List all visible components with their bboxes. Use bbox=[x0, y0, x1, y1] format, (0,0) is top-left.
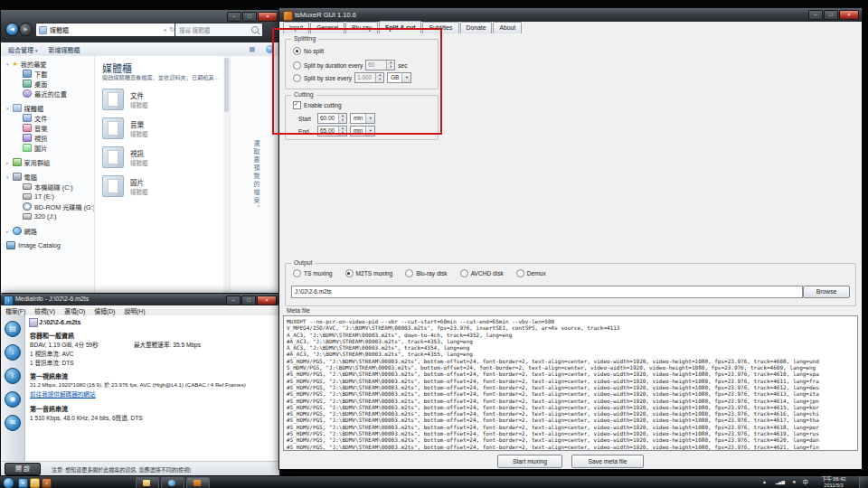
sidebar-label: 1T (E:) bbox=[34, 192, 54, 201]
mediainfo-statusbar: 開 啟 注意: 想知道更多關於此檔案的資訊, 您應選擇不同的[檢視] bbox=[1, 461, 279, 476]
radio-icon[interactable] bbox=[516, 269, 524, 277]
sidebar-item-drive-e[interactable]: 1T (E:) bbox=[1, 192, 94, 202]
sidebar-item-drive-c[interactable]: 本機磁碟 (C:) bbox=[1, 182, 94, 192]
m2ts-muxing-option[interactable]: M2TS muxing bbox=[345, 269, 393, 277]
views-icon[interactable]: ▤ bbox=[249, 46, 255, 53]
scrollbar-thumb[interactable] bbox=[224, 58, 229, 112]
window-title: tsMuxeR GUI 1.10.6 bbox=[295, 11, 356, 19]
back-button[interactable]: ◀ bbox=[5, 23, 19, 36]
web-icon[interactable]: ◉ bbox=[5, 391, 21, 408]
radio-icon[interactable] bbox=[345, 269, 354, 277]
maximize-icon[interactable]: □ bbox=[241, 296, 256, 305]
open-button[interactable]: 開 啟 bbox=[5, 463, 41, 475]
organize-button[interactable]: 組合管理 ▾ bbox=[8, 45, 37, 54]
radio-icon[interactable] bbox=[293, 269, 301, 277]
minimize-icon[interactable]: − bbox=[226, 296, 241, 305]
general-line: 1 視訊串流: AVC bbox=[30, 349, 74, 358]
menu-view[interactable]: 檢視(V) bbox=[30, 306, 60, 315]
bluray-disk-option[interactable]: Blu-ray disk bbox=[405, 269, 447, 277]
task-mediainfo-button[interactable] bbox=[161, 477, 184, 488]
explorer-titlebar: − □ × ◀ ▶ 媒體櫃 ▾ ↻ 搜尋 媒體櫃 bbox=[1, 10, 281, 42]
sidebar-item-music[interactable]: 音樂 bbox=[1, 123, 94, 133]
start-muxing-button[interactable]: Start muxing bbox=[497, 455, 562, 468]
task-explorer-button[interactable] bbox=[136, 477, 159, 488]
expander-icon[interactable] bbox=[6, 158, 10, 166]
tray-show-hidden-icon[interactable]: ▲ bbox=[762, 478, 767, 486]
show-desktop-button[interactable] bbox=[859, 476, 868, 488]
sidebar-item-recent[interactable]: 最近的位置 bbox=[1, 89, 94, 99]
avchd-disk-option[interactable]: AVCHD disk bbox=[460, 269, 504, 277]
list-item-videos[interactable]: 視訊 媒體櫃 bbox=[102, 146, 223, 168]
sidebar-item-videos[interactable]: 視訊 bbox=[1, 133, 94, 143]
explorer-main: 媒體櫃 開啟媒體櫃查看檔案，並依資料夾、日期和其... 文件 媒體櫃 音樂 媒體… bbox=[95, 56, 223, 296]
demux-option[interactable]: Demux bbox=[516, 269, 546, 277]
sidebar-item-downloads[interactable]: 下載 bbox=[1, 69, 94, 79]
sidebar-item-network[interactable]: 網路 bbox=[1, 226, 94, 236]
ime-indicator[interactable]: 中 bbox=[803, 478, 809, 486]
list-item-music[interactable]: 音樂 媒體櫃 bbox=[102, 117, 223, 139]
list-item-pictures[interactable]: 圖片 媒體櫃 bbox=[102, 175, 223, 197]
radio-icon[interactable] bbox=[460, 269, 468, 277]
decoder-link[interactable]: 前往我提供解碼器的網站 bbox=[30, 389, 96, 399]
expander-icon[interactable] bbox=[6, 104, 10, 112]
drive-icon bbox=[23, 193, 32, 200]
expander-icon[interactable] bbox=[6, 227, 10, 235]
volume-icon[interactable]: ● bbox=[792, 478, 796, 486]
sidebar-item-favorites[interactable]: ★ 我的最愛 bbox=[1, 59, 94, 69]
sidebar-item-homegroup[interactable]: 家用群組 bbox=[1, 157, 94, 167]
forward-button[interactable]: ▶ bbox=[19, 23, 33, 36]
item-type: 媒體櫃 bbox=[130, 187, 148, 196]
start-button[interactable] bbox=[3, 477, 14, 488]
menu-options[interactable]: 選項(O) bbox=[60, 306, 90, 315]
open-file-icon[interactable]: ▤ bbox=[5, 321, 21, 337]
sidebar-item-image-catalog[interactable]: Image Catalog bbox=[1, 240, 94, 250]
minimize-icon[interactable]: − bbox=[808, 10, 823, 20]
radio-icon[interactable] bbox=[405, 269, 413, 277]
clock[interactable]: 下午 06:42 2011/5/3 bbox=[812, 476, 855, 488]
new-library-button[interactable]: 新增媒體櫃 bbox=[48, 45, 80, 54]
explorer-taskbar-icon[interactable] bbox=[30, 478, 40, 488]
output-file-input[interactable]: J:\02\2-6.m2ts bbox=[291, 286, 803, 298]
media-player-icon[interactable]: ♪ bbox=[42, 478, 52, 488]
mail-icon[interactable]: ✉ bbox=[5, 415, 21, 431]
ie-icon[interactable]: e bbox=[18, 478, 28, 488]
info-icon[interactable]: i bbox=[5, 368, 21, 384]
network-tray-icon[interactable]: ▂▄▆ bbox=[776, 478, 785, 486]
search-input[interactable]: 搜尋 媒體櫃 bbox=[175, 23, 263, 37]
sidebar-item-pictures[interactable]: 圖片 bbox=[1, 143, 94, 153]
expander-icon[interactable] bbox=[6, 173, 10, 181]
close-icon[interactable]: × bbox=[839, 10, 859, 20]
menu-debug[interactable]: 偵錯(D) bbox=[90, 306, 119, 315]
close-icon[interactable]: × bbox=[257, 296, 277, 305]
star-icon: ★ bbox=[13, 61, 18, 68]
address-dropdown-icon[interactable]: ▾ bbox=[165, 27, 167, 33]
sidebar-item-libraries[interactable]: 媒體櫃 bbox=[1, 103, 94, 113]
sidebar-item-bdrom[interactable]: BD-ROM 光碟機 (G:) T bbox=[1, 202, 94, 211]
annotation-highlight-box bbox=[272, 28, 442, 135]
save-meta-button[interactable]: Save meta file bbox=[571, 455, 644, 468]
scrollbar[interactable] bbox=[223, 56, 230, 296]
menu-help[interactable]: 說明(H) bbox=[119, 306, 149, 315]
sidebar-item-desktop[interactable]: 桌面 bbox=[1, 79, 94, 89]
close-icon[interactable]: × bbox=[258, 12, 278, 22]
sidebar-item-computer[interactable]: 電腦 bbox=[1, 172, 94, 182]
tab-about[interactable]: About bbox=[493, 22, 522, 33]
list-item-documents[interactable]: 文件 媒體櫃 bbox=[102, 89, 223, 110]
sidebar-item-documents[interactable]: 文件 bbox=[1, 113, 94, 123]
minimize-icon[interactable]: − bbox=[227, 12, 241, 22]
browse-button[interactable]: Browse bbox=[803, 286, 850, 298]
search-placeholder: 搜尋 媒體櫃 bbox=[179, 25, 210, 34]
save-icon[interactable]: ↓ bbox=[5, 344, 21, 361]
expander-icon[interactable] bbox=[6, 60, 10, 68]
menu-file[interactable]: 檔案(F) bbox=[1, 306, 30, 315]
sidebar-item-drive-j[interactable]: 320 (J:) bbox=[1, 211, 94, 221]
address-bar[interactable]: 媒體櫃 ▾ ↻ bbox=[35, 23, 178, 37]
breadcrumb[interactable]: 媒體櫃 bbox=[50, 25, 69, 34]
desktop: − □ × ◀ ▶ 媒體櫃 ▾ ↻ 搜尋 媒體櫃 組合管理 ▾ 新增媒體櫃 bbox=[0, 0, 868, 488]
tab-donate[interactable]: Donate bbox=[460, 22, 493, 33]
ts-muxing-option[interactable]: TS muxing bbox=[293, 269, 333, 277]
meta-file-editor[interactable]: MUXOPT --no-pcr-on-video-pid --vbr --cut… bbox=[283, 315, 858, 451]
task-tsmuxer-button[interactable] bbox=[186, 477, 210, 488]
maximize-icon[interactable]: □ bbox=[824, 10, 838, 20]
maximize-icon[interactable]: □ bbox=[242, 12, 257, 22]
